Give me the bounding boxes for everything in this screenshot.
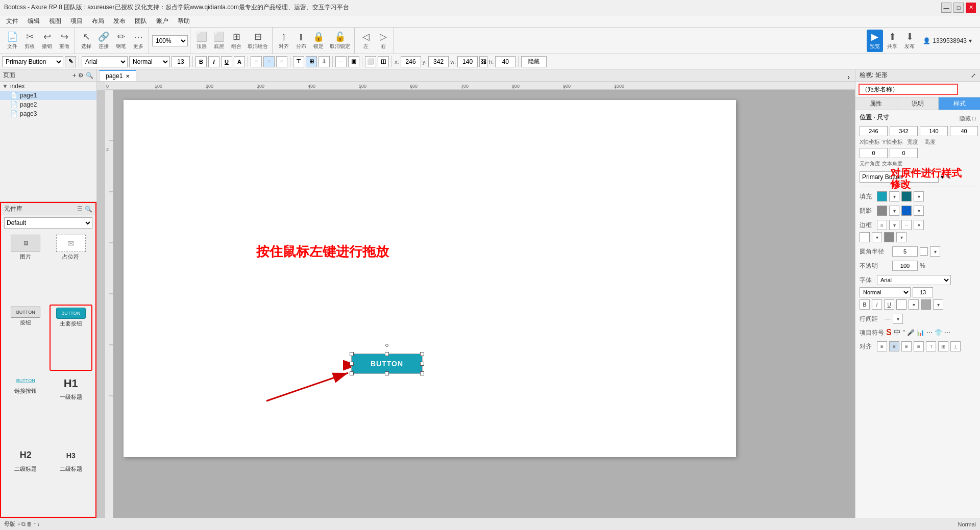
tree-item-page1[interactable]: 📄 page1 — [0, 91, 96, 100]
bottom-button[interactable]: ⬜ 底层 — [211, 30, 227, 52]
right-button[interactable]: ▷ 右 — [375, 30, 391, 52]
tab-page1[interactable]: page1 ✕ — [99, 70, 136, 81]
border-color2-swatch[interactable] — [884, 232, 894, 242]
border-style-btn[interactable]: ≡ — [877, 220, 887, 230]
border-color-btn[interactable]: ▾ — [889, 220, 899, 230]
widget-item-h1[interactable]: H1 一级标题 — [50, 373, 93, 443]
font-color-btn[interactable]: ▾ — [909, 299, 919, 310]
align-center-button[interactable]: ≡ — [263, 56, 275, 67]
pen-button[interactable]: ✏ 钢笔 — [113, 30, 129, 52]
lineheight-btn[interactable]: ▾ — [893, 314, 903, 324]
valign-top-right-btn[interactable]: ⊤ — [926, 341, 936, 351]
menu-file[interactable]: 文件 — [2, 16, 22, 27]
share-button[interactable]: ⬆ 共享 — [884, 30, 900, 52]
y-input[interactable] — [428, 56, 449, 67]
menu-project[interactable]: 项目 — [66, 16, 87, 27]
redo-button[interactable]: ↪ 重做 — [56, 30, 72, 52]
canvas-scroll[interactable]: 按住鼠标左键进行拖放 — [113, 90, 855, 518]
tree-item-page2[interactable]: 📄 page2 — [0, 100, 96, 109]
valign-mid-button[interactable]: ⊞ — [306, 56, 317, 67]
italic-button[interactable]: I — [208, 56, 219, 67]
widget-item-placeholder[interactable]: ✉ 占位符 — [50, 233, 93, 302]
width-input[interactable] — [920, 126, 948, 136]
widget-type-select[interactable]: Primary Button Button Rectangle — [2, 56, 63, 67]
menu-team[interactable]: 团队 — [131, 16, 151, 27]
file-button[interactable]: 📄 文件 — [4, 30, 20, 52]
bottom-copy-icon[interactable]: ⧉ — [21, 521, 26, 527]
select-button[interactable]: ↖ 选择 — [78, 30, 94, 52]
menu-account[interactable]: 账户 — [152, 16, 173, 27]
undo-button[interactable]: ↩ 撤销 — [39, 30, 55, 52]
clipboard-button[interactable]: ✂ 剪板 — [21, 30, 38, 52]
style-dropdown-icon[interactable]: ▾ — [941, 173, 944, 181]
style-edit-button[interactable]: ✎ — [65, 56, 76, 67]
more-button[interactable]: ⋯ 更多 — [130, 30, 146, 52]
distribute-button[interactable]: ⫿ 分布 — [293, 30, 309, 52]
page-settings-icon[interactable]: ⚙ — [78, 72, 84, 79]
align-right-button[interactable]: ≡ — [276, 56, 287, 67]
right-panel-expand-icon[interactable]: ⤢ — [971, 72, 976, 79]
height-input[interactable] — [950, 126, 978, 136]
valign-bot-button[interactable]: ⊥ — [318, 56, 330, 67]
widget-item-h2[interactable]: H2 二级标题 — [4, 445, 47, 515]
fill-options2-btn[interactable]: ▾ — [914, 191, 924, 201]
connect-button[interactable]: 🔗 连接 — [95, 30, 112, 52]
library-dropdown[interactable]: Default — [4, 217, 92, 229]
fill-color2-swatch[interactable] — [901, 191, 912, 201]
widget-item-h3[interactable]: H3 二级标题 — [50, 445, 93, 515]
tree-item-page3[interactable]: 📄 page3 — [0, 109, 96, 118]
font-style-select-right[interactable]: Normal Bold — [860, 287, 911, 297]
preview-button[interactable]: ▶ 预览 — [867, 30, 883, 52]
widget-item-image[interactable]: 🖼 图片 — [4, 233, 47, 302]
tab-style[interactable]: 样式 — [939, 97, 980, 110]
x-input[interactable] — [401, 56, 421, 67]
tab-description[interactable]: 说明 — [897, 97, 939, 110]
widget-lib-search-icon[interactable]: 🔍 — [85, 206, 92, 213]
maximize-button[interactable]: □ — [953, 3, 964, 13]
align-justify-btn[interactable]: ≡ — [914, 341, 924, 351]
h-input[interactable] — [495, 56, 516, 67]
font-style-select[interactable]: Normal Bold Italic — [129, 56, 170, 67]
bottom-delete-icon[interactable]: 🗑 — [27, 521, 32, 527]
ungroup-button[interactable]: ⊟ 取消组合 — [246, 30, 270, 52]
border-fill-swatch[interactable] — [860, 232, 870, 242]
tab-right-arrow-icon[interactable]: › — [844, 73, 853, 81]
bottom-up-icon[interactable]: ↑ — [33, 521, 36, 527]
minimize-button[interactable]: — — [941, 3, 951, 13]
valign-mid-right-btn[interactable]: ⊞ — [938, 341, 948, 351]
publish-button[interactable]: ⬇ 发布 — [901, 30, 918, 52]
group-button[interactable]: ⊞ 组合 — [228, 30, 244, 52]
hidden-toggle[interactable]: 隐藏 □ — [960, 115, 976, 122]
border-color2-btn[interactable]: ▾ — [896, 232, 906, 242]
fill-options-btn[interactable]: ▾ — [889, 191, 899, 201]
shadow-options-btn[interactable]: ▾ — [889, 206, 899, 216]
opacity-input[interactable] — [892, 261, 918, 271]
lock-button[interactable]: 🔒 锁定 — [310, 30, 327, 52]
add-page-icon[interactable]: + — [72, 72, 76, 79]
widget-name-input[interactable] — [859, 84, 958, 95]
valign-bot-right-btn[interactable]: ⊥ — [950, 341, 961, 351]
font-highlight-btn[interactable]: ▾ — [933, 299, 943, 310]
y-coord-input[interactable] — [890, 126, 918, 136]
close-button[interactable]: ✕ — [966, 3, 976, 13]
menu-view[interactable]: 视图 — [45, 16, 65, 27]
rotate-handle[interactable] — [385, 344, 388, 347]
shadow-button[interactable]: ◫ — [378, 56, 389, 67]
align-center-right-btn[interactable]: ≡ — [889, 341, 899, 351]
tab-properties[interactable]: 属性 — [855, 97, 897, 110]
menu-publish[interactable]: 发布 — [109, 16, 130, 27]
corner-options-btn[interactable]: ▾ — [930, 246, 940, 257]
shadow-color-swatch[interactable] — [877, 206, 887, 216]
bold-button[interactable]: B — [195, 56, 207, 67]
valign-top-button[interactable]: ⊤ — [293, 56, 304, 67]
font-size-input-right[interactable] — [913, 287, 933, 297]
element-angle-input[interactable] — [860, 148, 888, 158]
font-bold-btn[interactable]: B — [860, 299, 870, 310]
widget-item-link[interactable]: BUTTON 链接按钮 — [4, 373, 47, 443]
style-edit-icon[interactable]: ✎ — [946, 173, 951, 181]
font-highlight-swatch[interactable] — [921, 299, 931, 310]
border-fill-btn[interactable]: ▾ — [872, 232, 882, 242]
widget-item-primary-button[interactable]: BUTTON 主要按钮 — [50, 305, 93, 370]
zoom-select[interactable]: 100% 50% 150% 200% — [152, 35, 188, 46]
font-underline-btn[interactable]: U — [884, 299, 894, 310]
